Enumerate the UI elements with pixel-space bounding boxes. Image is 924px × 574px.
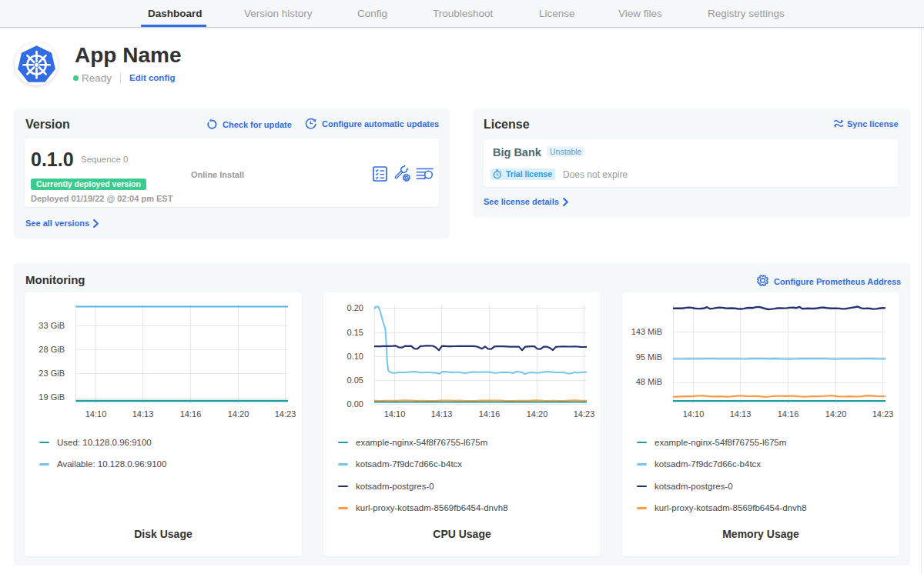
svg-text:19 GiB: 19 GiB — [38, 392, 65, 402]
svg-text:14:16: 14:16 — [778, 409, 799, 419]
svg-text:0.15: 0.15 — [347, 328, 363, 337]
svg-text:23 GiB: 23 GiB — [38, 369, 65, 378]
svg-text:33 GiB: 33 GiB — [38, 321, 65, 330]
svg-text:14:10: 14:10 — [85, 409, 107, 419]
svg-text:0.05: 0.05 — [347, 375, 363, 385]
svg-text:14:16: 14:16 — [180, 409, 202, 419]
svg-text:95 MiB: 95 MiB — [636, 352, 662, 362]
svg-text:0.10: 0.10 — [347, 352, 363, 361]
svg-text:143 MiB: 143 MiB — [631, 327, 662, 336]
svg-text:14:13: 14:13 — [431, 409, 453, 419]
svg-text:14:13: 14:13 — [730, 409, 752, 419]
svg-text:28 GiB: 28 GiB — [38, 345, 65, 354]
svg-text:14:10: 14:10 — [384, 409, 406, 419]
svg-text:14:13: 14:13 — [132, 409, 154, 419]
svg-text:14:10: 14:10 — [683, 409, 705, 419]
svg-text:0.20: 0.20 — [347, 303, 363, 312]
svg-text:48 MiB: 48 MiB — [636, 377, 662, 386]
svg-text:14:16: 14:16 — [479, 409, 500, 419]
svg-text:14:20: 14:20 — [527, 409, 548, 419]
svg-text:0.00: 0.00 — [347, 399, 363, 409]
svg-text:14:20: 14:20 — [228, 409, 249, 419]
svg-text:14:23: 14:23 — [574, 409, 595, 419]
svg-text:14:20: 14:20 — [825, 409, 847, 419]
svg-text:14:23: 14:23 — [872, 409, 894, 419]
svg-text:14:23: 14:23 — [275, 409, 296, 419]
